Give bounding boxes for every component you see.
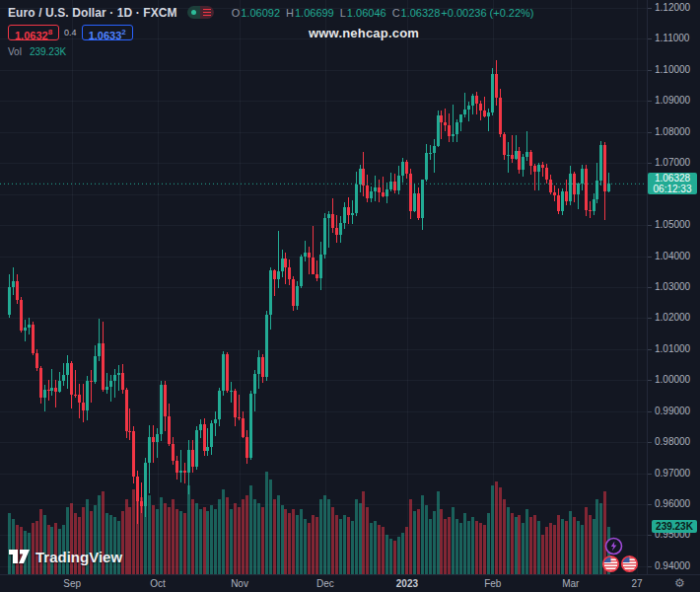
candle	[471, 94, 474, 114]
volume-bar	[284, 509, 287, 574]
low-label: L	[340, 7, 346, 19]
candle	[452, 105, 455, 142]
bar-countdown: 06:12:33	[648, 184, 697, 194]
candle	[561, 188, 564, 215]
volume-bar	[78, 517, 81, 574]
price-axis-label: 1.03000	[655, 281, 690, 292]
candle	[437, 111, 440, 146]
volume-bar	[529, 517, 532, 574]
buy-button[interactable]: 1.06332	[82, 25, 133, 40]
candle	[507, 142, 510, 172]
volume-bar	[304, 519, 307, 574]
volume-bar	[378, 525, 381, 574]
volume-bar	[347, 517, 350, 574]
price-axis-label: 1.10000	[655, 64, 690, 75]
price-axis-tick	[648, 318, 652, 319]
price-axis-tick	[648, 257, 652, 258]
volume-bar	[569, 511, 572, 574]
candle	[573, 172, 576, 202]
volume-bar	[164, 503, 167, 574]
candle	[549, 175, 552, 194]
price-axis[interactable]: 1.120001.110001.100001.090001.080001.070…	[647, 0, 700, 574]
us-flag-event-icon[interactable]	[620, 555, 639, 577]
volume-bar	[429, 519, 432, 574]
candle	[148, 425, 151, 493]
gear-icon[interactable]: ⚙	[674, 576, 685, 590]
price-axis-label: 0.98000	[655, 436, 690, 447]
volume-bar	[374, 521, 377, 574]
tradingview-logo[interactable]: TradingView	[8, 549, 122, 565]
candle	[125, 388, 128, 438]
candle	[257, 350, 260, 389]
candle	[164, 381, 167, 431]
volume-bar	[323, 495, 326, 574]
volume-bar	[440, 509, 443, 574]
candle	[312, 226, 315, 274]
price-axis-label: 0.96000	[655, 498, 690, 509]
candle	[261, 354, 264, 383]
candle	[413, 184, 416, 212]
candle	[581, 165, 584, 189]
us-flag-event-icon[interactable]	[601, 555, 620, 577]
candle	[24, 320, 27, 341]
green-dot-icon	[187, 6, 201, 19]
candle	[370, 186, 373, 202]
candlestick-chart-canvas[interactable]	[0, 0, 647, 574]
candle	[113, 369, 116, 398]
volume-bar	[561, 519, 564, 574]
volume-bar	[343, 515, 346, 574]
time-axis-label: Nov	[231, 578, 248, 589]
price-axis-tick	[648, 132, 652, 133]
volume-bar	[245, 495, 248, 574]
price-axis-label: 0.94000	[655, 560, 690, 571]
volume-bar	[507, 507, 510, 574]
candle	[304, 241, 307, 261]
volume-bar	[495, 481, 498, 574]
volume-bar	[281, 505, 284, 574]
market-status-toggle[interactable]	[187, 6, 214, 19]
price-axis-label: 1.07000	[655, 157, 690, 168]
candle	[362, 152, 365, 195]
volume-bar	[203, 507, 206, 574]
price-axis-tick	[648, 566, 652, 567]
time-axis[interactable]: ⚙ SepOctNovDec2023FebMar27	[0, 574, 700, 592]
candle	[50, 369, 53, 396]
gridlines	[0, 0, 647, 574]
candle	[389, 173, 392, 191]
candle	[515, 135, 518, 160]
volume-bar	[191, 499, 194, 574]
current-price-value: 1.06328	[648, 173, 697, 184]
current-price-badge: 1.06328 06:12:33	[648, 173, 697, 194]
candle	[199, 419, 202, 438]
candle	[425, 144, 428, 182]
volume-bar	[319, 499, 322, 574]
buy-price-fraction: 2	[121, 28, 125, 37]
candle	[429, 145, 432, 160]
candle	[249, 391, 252, 460]
candle	[288, 259, 291, 286]
candle	[347, 197, 350, 223]
candle	[90, 370, 93, 403]
candle	[511, 135, 514, 164]
candle	[160, 381, 163, 441]
candle	[557, 188, 560, 213]
candle	[331, 198, 334, 233]
volume-bar	[515, 517, 518, 574]
candle	[74, 370, 77, 398]
volume-bar	[452, 507, 455, 574]
volume-bar	[525, 509, 528, 574]
symbol-title[interactable]: Euro / U.S. Dollar · 1D · FXCM	[8, 6, 177, 20]
tradingview-logo-icon	[8, 549, 31, 565]
price-axis-tick	[648, 101, 652, 102]
chart-legend: Euro / U.S. Dollar · 1D · FXCM O1.06092 …	[8, 5, 534, 57]
price-axis-tick	[648, 349, 652, 350]
candle	[168, 404, 171, 447]
time-axis-label: Oct	[150, 578, 166, 589]
candle	[47, 380, 50, 400]
volume-bar	[366, 507, 369, 574]
candle	[374, 176, 377, 201]
volume-bar	[565, 521, 568, 574]
volume-bar	[585, 507, 588, 574]
volume-bar	[463, 513, 466, 574]
sell-button[interactable]: 1.06328	[8, 25, 59, 40]
